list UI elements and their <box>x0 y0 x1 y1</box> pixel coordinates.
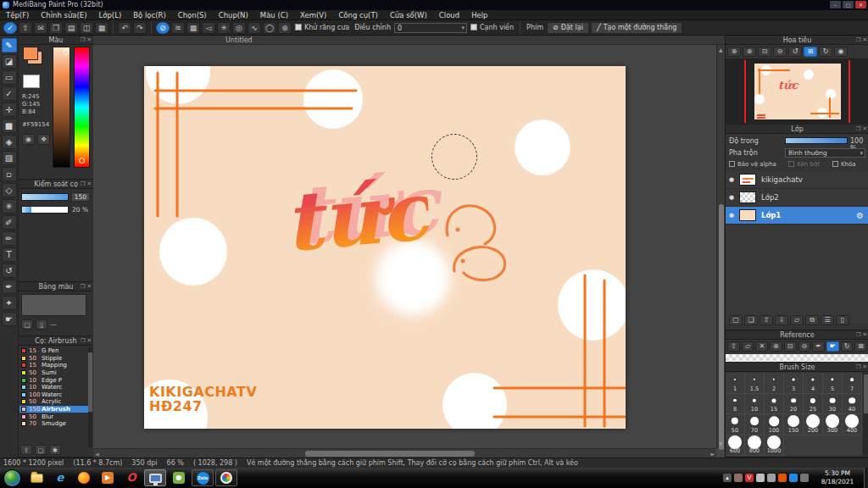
correction-dropdown[interactable]: 0▾ <box>394 23 467 33</box>
brush-list-header[interactable]: Cọ: Airbrush ❐ ✕ <box>19 336 93 346</box>
brush-item[interactable]: 50Acrylic <box>19 398 88 406</box>
select-eraser-tool[interactable]: ✏ <box>2 231 17 246</box>
layer-row-Lớp1[interactable]: ●Lớp1⚙ <box>726 207 868 225</box>
popout-icon[interactable]: ❐ <box>856 125 861 132</box>
menu-item-5[interactable]: Chụp(N) <box>213 10 254 20</box>
polyline-select-tool[interactable]: ✓ <box>2 86 17 101</box>
marquee-tool[interactable]: ▭ <box>2 70 17 85</box>
menu-item-0[interactable]: Tệp(F) <box>0 10 35 20</box>
zoom-out-icon[interactable]: ⊖ <box>773 47 787 57</box>
navigator-header[interactable]: Hoa tiêu ❐ ✕ <box>726 36 868 45</box>
brush-tool[interactable]: ✎ <box>2 38 17 53</box>
layer-row-Lớp2[interactable]: ●Lớp2 <box>726 189 868 207</box>
color-panel-header[interactable]: Màu ❐ ✕ <box>19 36 93 45</box>
tray-network-icon[interactable] <box>767 474 776 482</box>
minimize-button[interactable]: – <box>830 1 841 8</box>
palette-panel-header[interactable]: Bảng màu ❐ ✕ <box>19 282 93 291</box>
gradient-tool[interactable]: ▨ <box>2 151 17 165</box>
layer-settings-gear-icon[interactable]: ⚙ <box>856 211 864 220</box>
color-swap-icon[interactable]: ❖ <box>37 134 50 145</box>
layer-row-kikigachatv[interactable]: ●kikigachatv <box>726 171 868 189</box>
tray-app-icon[interactable] <box>734 474 743 482</box>
new-canvas-icon[interactable]: ▤ <box>64 22 78 34</box>
layer-opacity-slider[interactable] <box>785 137 848 144</box>
popout-icon[interactable]: ❐ <box>856 36 861 43</box>
brush-size-400[interactable]: 400 <box>843 414 862 435</box>
tray-arrow-icon[interactable]: ▴ <box>723 474 732 482</box>
brush-upload-icon[interactable]: ⇧ <box>20 445 32 455</box>
popout-icon[interactable]: ❐ <box>81 337 86 344</box>
vertical-scrollbar[interactable]: ▲ ▼ <box>716 45 725 448</box>
ref-rotate-icon[interactable]: ↻ <box>841 341 854 352</box>
radial-snap-icon[interactable]: ✳ <box>217 22 231 34</box>
scroll-down-icon[interactable]: ▼ <box>719 439 723 448</box>
lasso-tool[interactable]: ◇ <box>2 183 17 197</box>
brush-size-1000[interactable]: 1000 <box>765 435 784 457</box>
rotate-tool[interactable]: ↺ <box>2 263 17 278</box>
taskbar-opera[interactable]: O <box>120 469 142 486</box>
brush-size-4[interactable]: 4 <box>804 373 823 394</box>
eraser-tool[interactable]: ◪ <box>2 54 17 69</box>
popout-icon[interactable]: ❐ <box>81 283 86 290</box>
brush-size-50[interactable]: 50 <box>726 414 745 435</box>
taskbar-mediaplayer[interactable]: ▶ <box>97 469 119 486</box>
brush-item[interactable]: 50Blur <box>19 413 88 420</box>
taskbar-firefox[interactable] <box>73 469 95 486</box>
close-icon[interactable]: ✕ <box>863 36 867 43</box>
eyedropper-tool[interactable]: ✦ <box>2 296 17 310</box>
brush-item[interactable]: 10Edge P <box>19 376 88 384</box>
export-icon[interactable]: ▦ <box>95 22 108 34</box>
publish-icon[interactable]: ⇧ <box>19 22 32 34</box>
brush-size-1[interactable]: 1 <box>726 373 745 394</box>
start-button[interactable] <box>3 469 21 487</box>
horizontal-scroll-thumb[interactable] <box>305 451 475 457</box>
redo-icon[interactable]: ↷ <box>133 22 147 34</box>
reference-image-area[interactable] <box>726 354 868 362</box>
brush-item[interactable]: 50Stipple <box>19 355 88 363</box>
text-tool[interactable]: T <box>2 247 17 262</box>
snap-settings-icon[interactable]: ⊛ <box>278 22 292 34</box>
layer-up-icon[interactable]: ⇧ <box>760 315 773 325</box>
bucket-tool[interactable]: ◈ <box>2 135 17 149</box>
move-tool[interactable]: ✛ <box>2 103 17 117</box>
foreground-color-swatch[interactable] <box>23 47 38 60</box>
taskbar-explorer[interactable] <box>25 469 47 486</box>
brush-item[interactable]: 15G Pen <box>19 347 88 355</box>
ref-hand-icon[interactable]: ☛ <box>826 341 839 352</box>
taskbar-medibang[interactable] <box>144 469 166 486</box>
popout-icon[interactable]: ❐ <box>856 331 861 338</box>
brush-opacity-slider[interactable] <box>21 206 69 214</box>
brush-control-header[interactable]: Kiểm soát cọ ❐ ✕ <box>19 180 93 189</box>
grid-snap-icon[interactable]: ▦ <box>186 22 200 34</box>
popout-icon[interactable]: ❐ <box>856 363 861 370</box>
antialias-checkbox[interactable]: Khử răng cưa <box>295 24 349 31</box>
ref-expand-icon[interactable]: ⊠ <box>854 341 867 352</box>
taskbar-greenapp[interactable]: ● <box>168 469 190 486</box>
layer-visibility-icon[interactable]: ● <box>729 212 739 219</box>
reset-view-icon[interactable]: ⊞ <box>804 47 817 57</box>
brush-size-3[interactable]: 3 <box>784 373 804 394</box>
tray-messenger-icon[interactable] <box>789 474 798 482</box>
menu-item-8[interactable]: Công cụ(T) <box>332 10 384 20</box>
parallel-snap-icon[interactable]: ≋ <box>171 22 185 34</box>
popout-icon[interactable]: ❐ <box>81 36 86 43</box>
brush-item[interactable]: 150Airbrush <box>19 406 88 413</box>
color-wheel-icon[interactable]: ◉ <box>22 134 35 145</box>
menu-item-3[interactable]: Bộ lọc(R) <box>127 10 172 20</box>
taskbar-clock[interactable]: 5:30 PM 8/18/2021 <box>814 469 861 486</box>
brush-item[interactable]: 70Smudge <box>19 420 88 428</box>
navigator-preview[interactable]: tức <box>726 58 868 125</box>
brush-item[interactable]: 50Sumi <box>19 369 88 377</box>
zoom-in-icon[interactable]: ⊕ <box>727 47 741 57</box>
zoom-in-alt-icon[interactable]: ⊕ <box>743 47 756 57</box>
magic-wand-tool[interactable]: ✳ <box>2 199 17 214</box>
background-color-swatch[interactable] <box>23 75 40 88</box>
saturation-marker[interactable] <box>63 49 69 55</box>
edge-checkbox[interactable]: Cạnh viền <box>470 24 514 31</box>
reference-header[interactable]: Reference ❐ ✕ <box>726 330 868 340</box>
brush-size-800[interactable]: 800 <box>745 435 765 457</box>
brush-size-15[interactable]: 15 <box>765 394 784 415</box>
brush-size-7[interactable]: 7 <box>843 373 862 394</box>
brush-size-1.5[interactable]: 1.5 <box>745 373 765 394</box>
hue-bar[interactable] <box>74 47 90 168</box>
